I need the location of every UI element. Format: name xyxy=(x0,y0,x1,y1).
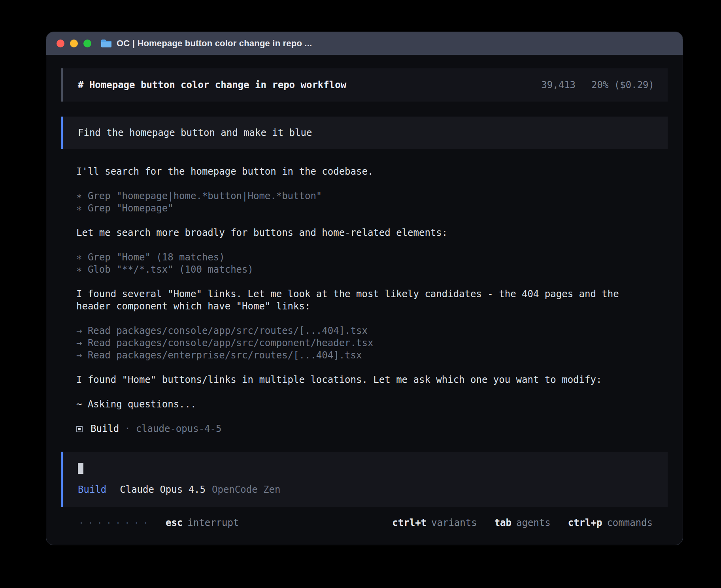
text-cursor xyxy=(78,463,83,474)
ctrl-p-key: ctrl+p xyxy=(568,517,602,528)
terminal-content: # Homepage button color change in repo w… xyxy=(46,55,683,528)
session-header: # Homepage button color change in repo w… xyxy=(61,68,668,102)
user-message: Find the homepage button and make it blu… xyxy=(61,117,668,149)
commands-hint: ctrl+p commands xyxy=(568,517,653,528)
assistant-paragraph: Let me search more broadly for buttons a… xyxy=(76,227,636,239)
token-count: 39,413 xyxy=(541,79,576,90)
agent-status-line: Build · claude-opus-4-5 xyxy=(76,423,636,435)
terminal-window: OC | Homepage button color change in rep… xyxy=(46,32,683,545)
esc-key: esc xyxy=(166,517,183,528)
mode-indicator[interactable]: Build xyxy=(78,484,106,495)
provider-indicator: OpenCode Zen xyxy=(212,484,280,495)
tool-call-grep: ∗ Grep "Home" (18 matches) xyxy=(76,251,636,264)
model-indicator[interactable]: Claude Opus 4.5 xyxy=(120,484,206,495)
spinner-dots: ········ xyxy=(79,518,152,528)
assistant-paragraph: I found several "Home" links. Let me loo… xyxy=(76,288,636,313)
status-bar: ········ esc interrupt ctrl+t variants t… xyxy=(61,517,668,528)
variants-hint: ctrl+t variants xyxy=(392,517,477,528)
context-usage: 20% ($0.29) xyxy=(591,79,654,90)
tool-call-read: → Read packages/console/app/src/routes/[… xyxy=(76,325,636,337)
commands-label: commands xyxy=(607,517,653,528)
agents-label: agents xyxy=(516,517,551,528)
agent-model: claude-opus-4-5 xyxy=(136,423,222,435)
interrupt-hint: esc interrupt xyxy=(166,517,239,528)
input-footer: Build Claude Opus 4.5 OpenCode Zen xyxy=(78,484,653,495)
variants-label: variants xyxy=(431,517,477,528)
tool-call-grep: ∗ Grep "homepage|home.*button|Home.*butt… xyxy=(76,190,636,202)
minimize-button[interactable] xyxy=(70,40,78,47)
tool-call-group: → Read packages/console/app/src/routes/[… xyxy=(76,325,636,362)
agent-name: Build xyxy=(91,423,119,435)
asking-questions-status: ~ Asking questions... xyxy=(76,398,636,411)
tool-call-read: → Read packages/console/app/src/componen… xyxy=(76,337,636,349)
session-title: # Homepage button color change in repo w… xyxy=(78,79,346,90)
interrupt-label: interrupt xyxy=(187,517,239,528)
window-titlebar: OC | Homepage button color change in rep… xyxy=(46,32,683,55)
assistant-paragraph: I found "Home" buttons/links in multiple… xyxy=(76,374,636,386)
ctrl-t-key: ctrl+t xyxy=(392,517,427,528)
session-meta: 39,413 20% ($0.29) xyxy=(541,79,654,90)
tool-call-group: ∗ Grep "homepage|home.*button|Home.*butt… xyxy=(76,190,636,215)
folder-icon xyxy=(101,39,112,48)
agent-build-icon xyxy=(76,426,83,432)
prompt-input-area[interactable]: Build Claude Opus 4.5 OpenCode Zen xyxy=(61,452,668,507)
tab-key: tab xyxy=(495,517,511,528)
keyboard-hints: ctrl+t variants tab agents ctrl+p comman… xyxy=(392,517,653,528)
traffic-lights xyxy=(57,40,91,47)
zoom-button[interactable] xyxy=(83,40,91,47)
tool-call-grep: ∗ Grep "Homepage" xyxy=(76,202,636,215)
agent-separator: · xyxy=(125,423,130,435)
user-message-text: Find the homepage button and make it blu… xyxy=(78,127,312,138)
window-title: OC | Homepage button color change in rep… xyxy=(117,38,312,49)
desktop-background: OC | Homepage button color change in rep… xyxy=(0,0,721,588)
tool-call-glob: ∗ Glob "**/*.tsx" (100 matches) xyxy=(76,264,636,276)
agents-hint: tab agents xyxy=(495,517,551,528)
assistant-paragraph: I'll search for the homepage button in t… xyxy=(76,166,636,178)
tool-call-read: → Read packages/enterprise/src/routes/[.… xyxy=(76,349,636,362)
tool-call-group: ∗ Grep "Home" (18 matches) ∗ Glob "**/*.… xyxy=(76,251,636,276)
assistant-transcript: I'll search for the homepage button in t… xyxy=(61,166,668,435)
close-button[interactable] xyxy=(57,40,64,47)
